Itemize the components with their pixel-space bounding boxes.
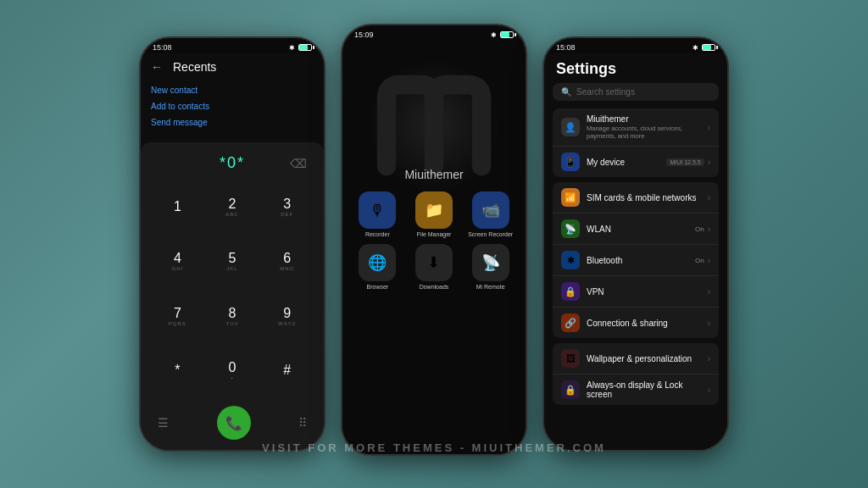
phone-center: 15:09 ✱ [341, 24, 527, 456]
chevron-icon-8: › [708, 354, 710, 363]
key-0[interactable]: 0+ [206, 345, 259, 398]
dialer-grid-icon[interactable]: ⠿ [298, 416, 307, 430]
phones-container: 15:08 ✱ ← Recents New contact Add to con… [139, 32, 729, 456]
phone-content-left: ← Recents New contact Add to contacts Se… [141, 53, 324, 450]
miuithemer-icon: 👤 [561, 118, 580, 136]
time-center: 15:09 [354, 30, 374, 39]
status-bar-left: 15:08 ✱ [141, 38, 324, 53]
recents-title: Recents [173, 60, 216, 74]
dialer-bottom: ☰ 📞 ⠿ [144, 401, 320, 446]
phone-content-right: Settings 🔍 Search settings 👤 Miuithemer … [544, 53, 727, 450]
settings-item-bluetooth[interactable]: ✱ Bluetooth On › [553, 245, 719, 276]
mi-remote-icon: 📡 [472, 244, 509, 281]
wallpaper-text: Wallpaper & personalization [587, 354, 708, 363]
chevron-icon-2: › [708, 158, 710, 167]
add-to-contacts-link[interactable]: Add to contacts [151, 102, 314, 111]
dialer-display: *0* ⌫ [144, 149, 320, 177]
app-screen-recorder[interactable]: 📹 Screen Recorder [465, 191, 515, 237]
chevron-icon-6: › [708, 287, 710, 297]
app-recorder[interactable]: 🎙 Recorder [353, 191, 403, 237]
app-browser[interactable]: 🌐 Browser [353, 244, 403, 290]
key-5[interactable]: 5JKL [206, 236, 259, 289]
vpn-icon: 🔒 [561, 282, 580, 301]
connection-text: Connection & sharing [587, 319, 708, 328]
settings-section-1: 👤 Miuithemer Manage accounts, cloud serv… [553, 108, 719, 177]
time-left: 15:08 [153, 43, 172, 52]
status-icons-right: ✱ [693, 44, 715, 52]
miuithemer-text: Miuithemer Manage accounts, cloud servic… [587, 114, 708, 140]
call-button[interactable]: 📞 [217, 406, 251, 440]
status-bar-right: 15:08 ✱ [544, 38, 727, 53]
key-4[interactable]: 4GHI [151, 236, 204, 289]
app-mi-remote[interactable]: 📡 Mi Remote [465, 244, 515, 290]
miui-version-badge: MIUI 12.5.5 [666, 158, 704, 166]
wallpaper-icon: 🖼 [561, 349, 580, 368]
settings-item-wallpaper[interactable]: 🖼 Wallpaper & personalization › [553, 343, 719, 374]
key-9[interactable]: 9WXYZ [260, 290, 314, 343]
settings-search-bar[interactable]: 🔍 Search settings [553, 83, 719, 101]
apps-grid: 🎙 Recorder 📁 File Manager 📹 Screen Recor… [342, 181, 526, 300]
status-icons-left: ✱ [289, 44, 312, 52]
wlan-icon: 📡 [561, 219, 580, 238]
key-6[interactable]: 6MNO [260, 236, 314, 289]
key-7[interactable]: 7PQRS [151, 290, 204, 343]
delete-icon[interactable]: ⌫ [290, 157, 307, 170]
bluetooth-settings-icon: ✱ [561, 251, 580, 269]
search-icon: 🔍 [561, 87, 571, 97]
time-right: 15:08 [556, 43, 576, 52]
bluetooth-icon-center: ✱ [491, 31, 497, 39]
key-3[interactable]: 3DEF [260, 180, 314, 234]
battery-center [500, 31, 514, 38]
downloads-icon: ⬇ [415, 244, 453, 281]
keypad: 1 2ABC 3DEF 4GHI 5JKL 6MNO 7PQRS 8TUV 9W… [144, 177, 320, 401]
app-file-manager[interactable]: 📁 File Manager [409, 191, 459, 237]
key-1[interactable]: 1 [151, 180, 204, 234]
dialer-number: *0* [220, 154, 245, 172]
key-2[interactable]: 2ABC [206, 180, 259, 234]
bluetooth-icon-right: ✱ [693, 44, 698, 52]
new-contact-link[interactable]: New contact [151, 86, 314, 95]
key-8[interactable]: 8TUV [206, 290, 259, 343]
settings-item-my-device[interactable]: 📱 My device MIUI 12.5.5 › [553, 147, 719, 177]
settings-item-vpn[interactable]: 🔒 VPN › [553, 276, 719, 308]
settings-item-miuithemer[interactable]: 👤 Miuithemer Manage accounts, cloud serv… [553, 108, 719, 147]
chevron-icon-4: › [708, 225, 710, 234]
chevron-icon-3: › [708, 193, 710, 202]
settings-title: Settings [544, 53, 727, 83]
vpn-text: VPN [587, 287, 708, 297]
settings-section-2: 📶 SIM cards & mobile networks › 📡 WLAN O… [553, 182, 719, 338]
phone-content-center: Miuithemer 🎙 Recorder 📁 File Manager 📹 S… [342, 41, 526, 454]
recents-header: ← Recents [141, 53, 324, 80]
recents-actions: New contact Add to contacts Send message [141, 80, 324, 139]
key-hash[interactable]: # [260, 345, 314, 398]
settings-item-wlan[interactable]: 📡 WLAN On › [553, 214, 719, 245]
dialer-area: *0* ⌫ 1 2ABC 3DEF 4GHI 5JKL 6MNO 7PQRS 8… [141, 142, 324, 450]
home-greeting: Miuithemer [404, 168, 463, 181]
file-manager-icon: 📁 [415, 191, 453, 229]
settings-item-connection-sharing[interactable]: 🔗 Connection & sharing › [553, 308, 719, 338]
chevron-icon: › [708, 123, 710, 132]
dialer-menu-icon[interactable]: ☰ [158, 416, 169, 430]
chevron-icon-5: › [708, 256, 710, 265]
sim-text: SIM cards & mobile networks [587, 193, 708, 202]
home-screen: Miuithemer 🎙 Recorder 📁 File Manager 📹 S… [342, 41, 526, 454]
status-icons-center: ✱ [491, 31, 514, 39]
key-star[interactable]: * [151, 345, 204, 398]
send-message-link[interactable]: Send message [151, 118, 314, 127]
chevron-icon-7: › [708, 319, 710, 328]
app-downloads[interactable]: ⬇ Downloads [409, 244, 459, 290]
bluetooth-text: Bluetooth [587, 256, 695, 265]
lock-screen-icon: 🔒 [561, 380, 580, 399]
status-bar-center: 15:09 ✱ [342, 25, 526, 41]
browser-icon: 🌐 [359, 244, 396, 281]
wlan-text: WLAN [587, 225, 695, 234]
phone-right: 15:08 ✱ Settings 🔍 Search settings 👤 [542, 36, 729, 452]
settings-item-sim[interactable]: 📶 SIM cards & mobile networks › [553, 182, 719, 214]
device-icon: 📱 [561, 152, 580, 171]
back-arrow[interactable]: ← [151, 60, 163, 74]
battery-right [702, 44, 715, 51]
search-placeholder: Search settings [576, 87, 635, 97]
settings-item-lock-screen[interactable]: 🔒 Always-on display & Lock screen › [553, 374, 719, 405]
lock-screen-text: Always-on display & Lock screen [587, 380, 708, 399]
battery-left [298, 44, 312, 51]
